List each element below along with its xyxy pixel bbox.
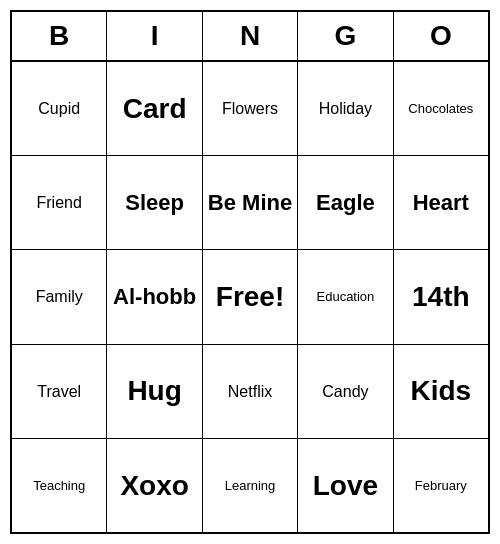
bingo-grid: CupidCardFlowersHolidayChocolatesFriendS… xyxy=(12,62,488,532)
bingo-cell-r1-c0: Friend xyxy=(12,156,107,249)
header-letter: B xyxy=(12,12,107,60)
bingo-cell-r3-c1: Hug xyxy=(107,345,202,438)
bingo-header: BINGO xyxy=(12,12,488,62)
bingo-cell-r2-c2: Free! xyxy=(203,250,298,343)
header-letter: O xyxy=(394,12,488,60)
bingo-row: TravelHugNetflixCandyKids xyxy=(12,344,488,438)
bingo-cell-r0-c3: Holiday xyxy=(298,62,393,155)
bingo-cell-r4-c3: Love xyxy=(298,439,393,532)
bingo-cell-r0-c2: Flowers xyxy=(203,62,298,155)
bingo-card: BINGO CupidCardFlowersHolidayChocolatesF… xyxy=(10,10,490,534)
header-letter: I xyxy=(107,12,202,60)
bingo-cell-r2-c1: Al-hobb xyxy=(107,250,202,343)
bingo-row: FamilyAl-hobbFree!Education14th xyxy=(12,249,488,343)
bingo-cell-r3-c2: Netflix xyxy=(203,345,298,438)
bingo-cell-r1-c3: Eagle xyxy=(298,156,393,249)
bingo-cell-r3-c0: Travel xyxy=(12,345,107,438)
bingo-row: CupidCardFlowersHolidayChocolates xyxy=(12,62,488,155)
bingo-cell-r0-c0: Cupid xyxy=(12,62,107,155)
bingo-cell-r0-c4: Chocolates xyxy=(394,62,488,155)
bingo-cell-r1-c4: Heart xyxy=(394,156,488,249)
bingo-cell-r4-c1: Xoxo xyxy=(107,439,202,532)
bingo-cell-r3-c3: Candy xyxy=(298,345,393,438)
bingo-cell-r4-c4: February xyxy=(394,439,488,532)
bingo-cell-r1-c1: Sleep xyxy=(107,156,202,249)
bingo-cell-r2-c3: Education xyxy=(298,250,393,343)
header-letter: N xyxy=(203,12,298,60)
bingo-row: TeachingXoxoLearningLoveFebruary xyxy=(12,438,488,532)
bingo-cell-r2-c4: 14th xyxy=(394,250,488,343)
bingo-cell-r2-c0: Family xyxy=(12,250,107,343)
header-letter: G xyxy=(298,12,393,60)
bingo-row: FriendSleepBe MineEagleHeart xyxy=(12,155,488,249)
bingo-cell-r3-c4: Kids xyxy=(394,345,488,438)
bingo-cell-r4-c0: Teaching xyxy=(12,439,107,532)
bingo-cell-r1-c2: Be Mine xyxy=(203,156,298,249)
bingo-cell-r0-c1: Card xyxy=(107,62,202,155)
bingo-cell-r4-c2: Learning xyxy=(203,439,298,532)
